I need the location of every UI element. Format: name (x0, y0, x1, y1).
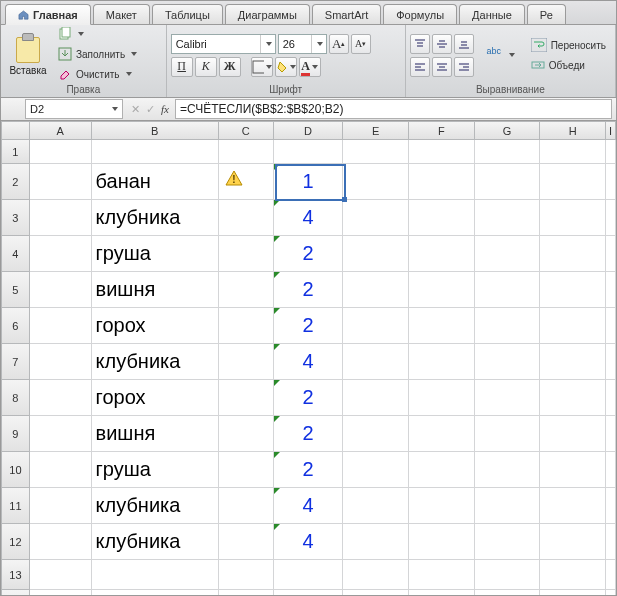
row-header[interactable]: 14 (1, 590, 30, 596)
cell[interactable]: груша (92, 236, 219, 272)
cell[interactable] (219, 560, 274, 590)
cell[interactable] (343, 140, 409, 164)
cell[interactable] (343, 164, 409, 200)
cell[interactable]: горох (92, 380, 219, 416)
paste-button[interactable]: Вставка (5, 27, 51, 81)
cell[interactable] (92, 140, 219, 164)
row-header[interactable]: 8 (1, 380, 30, 416)
cell[interactable]: 2 (274, 236, 344, 272)
cell[interactable]: 2 (274, 308, 344, 344)
col-header[interactable]: I (606, 121, 616, 140)
col-header[interactable]: D (274, 121, 344, 140)
row-header[interactable]: 3 (1, 200, 30, 236)
cell[interactable] (409, 416, 475, 452)
cell[interactable] (475, 308, 541, 344)
cell[interactable] (475, 488, 541, 524)
cell[interactable] (30, 308, 92, 344)
cell[interactable] (30, 380, 92, 416)
cell[interactable] (540, 344, 606, 380)
cell[interactable] (409, 524, 475, 560)
cell[interactable] (540, 488, 606, 524)
cell[interactable] (475, 140, 541, 164)
cell[interactable] (475, 524, 541, 560)
align-right-button[interactable] (454, 57, 474, 77)
cell[interactable] (606, 200, 616, 236)
cell[interactable] (475, 560, 541, 590)
cell[interactable] (540, 380, 606, 416)
tab-review[interactable]: Ре (527, 4, 566, 24)
select-all-corner[interactable] (1, 121, 30, 140)
cell[interactable] (343, 236, 409, 272)
align-left-button[interactable] (410, 57, 430, 77)
tab-formulas[interactable]: Формулы (383, 4, 457, 24)
cell[interactable] (475, 344, 541, 380)
cell[interactable] (219, 344, 274, 380)
cell[interactable] (606, 416, 616, 452)
cell[interactable] (409, 200, 475, 236)
cell[interactable] (219, 452, 274, 488)
cell[interactable] (343, 524, 409, 560)
tab-smartart[interactable]: SmartArt (312, 4, 381, 24)
cell[interactable] (30, 200, 92, 236)
cancel-icon[interactable]: ✕ (131, 103, 140, 116)
cell[interactable] (30, 524, 92, 560)
cell[interactable] (409, 272, 475, 308)
fill-color-button[interactable] (275, 57, 297, 77)
cell[interactable] (219, 272, 274, 308)
cell[interactable] (219, 236, 274, 272)
col-header[interactable]: F (409, 121, 475, 140)
col-header[interactable]: H (540, 121, 606, 140)
col-header[interactable]: G (475, 121, 541, 140)
bold-button[interactable]: Ж (219, 57, 241, 77)
col-header[interactable]: E (343, 121, 409, 140)
cell[interactable]: 2 (274, 380, 344, 416)
cell[interactable] (219, 524, 274, 560)
align-middle-button[interactable] (432, 34, 452, 54)
cell[interactable] (606, 344, 616, 380)
cell[interactable] (409, 308, 475, 344)
tab-home[interactable]: Главная (5, 4, 91, 25)
cell[interactable] (219, 488, 274, 524)
cell[interactable] (606, 380, 616, 416)
border-button[interactable] (251, 57, 273, 77)
cell[interactable] (409, 560, 475, 590)
cell[interactable] (219, 380, 274, 416)
cell[interactable]: горох (92, 308, 219, 344)
cell[interactable] (343, 488, 409, 524)
cell[interactable]: клубника (92, 344, 219, 380)
row-header[interactable]: 2 (1, 164, 30, 200)
font-size-combo[interactable]: 26 (278, 34, 327, 54)
cell[interactable]: клубника (92, 488, 219, 524)
wrap-text-button[interactable]: Переносить (526, 36, 611, 54)
cell[interactable] (540, 236, 606, 272)
cell[interactable] (475, 416, 541, 452)
cell[interactable] (540, 164, 606, 200)
cell[interactable] (540, 416, 606, 452)
cell[interactable] (409, 380, 475, 416)
cell[interactable] (606, 272, 616, 308)
cell[interactable] (475, 200, 541, 236)
cell[interactable] (540, 140, 606, 164)
cell[interactable]: 4 (274, 524, 344, 560)
row-header[interactable]: 13 (1, 560, 30, 590)
cell[interactable] (606, 488, 616, 524)
col-header[interactable]: C (219, 121, 274, 140)
orientation-button[interactable]: abc (480, 46, 520, 64)
cell[interactable] (409, 590, 475, 596)
cell[interactable] (343, 344, 409, 380)
cell[interactable] (606, 140, 616, 164)
accept-icon[interactable]: ✓ (146, 103, 155, 116)
fill-button[interactable]: Заполнить (53, 45, 142, 63)
col-header[interactable]: A (30, 121, 92, 140)
grow-font-button[interactable]: A▴ (329, 34, 349, 54)
cell[interactable] (475, 380, 541, 416)
cell[interactable] (606, 308, 616, 344)
cell[interactable] (343, 272, 409, 308)
italic-button[interactable]: К (195, 57, 217, 77)
fx-icon[interactable]: fx (161, 103, 169, 115)
row-header[interactable]: 5 (1, 272, 30, 308)
clear-button[interactable]: Очистить (53, 65, 142, 83)
row-header[interactable]: 7 (1, 344, 30, 380)
cell[interactable] (219, 308, 274, 344)
copy-button[interactable] (53, 25, 142, 43)
